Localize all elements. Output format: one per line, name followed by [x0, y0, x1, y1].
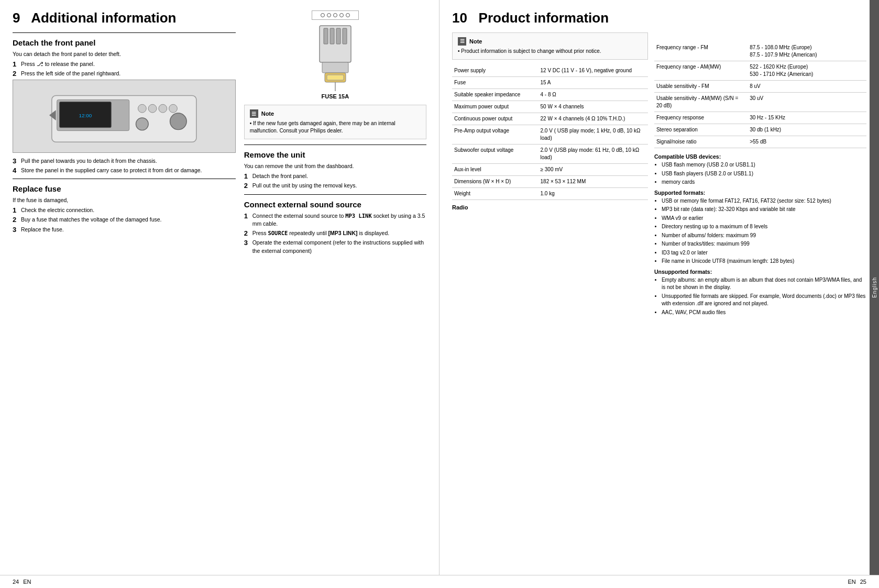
- fuse-note-label: Note: [261, 110, 274, 117]
- svg-text:12:00: 12:00: [79, 113, 92, 118]
- remove-unit-body: You can remove the unit from the dashboa…: [244, 162, 426, 170]
- spec-row: Continuous power output22 W × 4 channels…: [452, 113, 648, 125]
- section-divider: [13, 32, 236, 33]
- page-footer: 24 EN EN 25: [0, 575, 879, 588]
- step-1-detach: 1 Press ⎇ to release the panel.: [13, 60, 236, 68]
- remove-step-1: 1 Detach the front panel.: [244, 172, 426, 180]
- product-note-header: ☰ Note: [458, 37, 642, 46]
- section9-title: Additional information: [31, 10, 176, 26]
- remove-unit-divider: [244, 145, 426, 145]
- spec-row: Suitable speaker impedance4 - 8 Ω: [452, 88, 648, 101]
- list-item: Empty albums: an empty album is an album…: [662, 276, 866, 292]
- remove-unit-title: Remove the unit: [244, 150, 426, 159]
- car-stereo-illustration: 12:00: [13, 80, 236, 153]
- list-item: memory cards: [662, 179, 866, 186]
- footer-right-lang: EN: [848, 579, 855, 585]
- connect-step-1: 1 Connect the external sound source to M…: [244, 212, 426, 228]
- spec-row: Subwoofer output voltage2.0 V (USB play …: [452, 144, 648, 163]
- spec-row: Signal/noise ratio>55 dB: [654, 136, 866, 148]
- radio-label: Radio: [452, 204, 648, 210]
- supported-formats-title: Supported formats:: [654, 190, 866, 196]
- replace-fuse-title: Replace fuse: [13, 184, 236, 193]
- list-item: Number of tracks/titles: maximum 999: [662, 240, 866, 248]
- list-item: ID3 tag v2.0 or later: [662, 249, 866, 257]
- list-item: WMA v9 or earlier: [662, 215, 866, 223]
- fuse-note-text: • If the new fuse gets damaged again, th…: [250, 120, 421, 135]
- product-note-icon: ☰: [458, 37, 466, 46]
- fuse-15a-label: FUSE 15A: [322, 93, 349, 99]
- specs-table-col2: Frequency range - FM87.5 - 108.0 MHz (Eu…: [654, 42, 866, 148]
- svg-point-5: [148, 104, 157, 113]
- compatible-usb-title: Compatible USB devices:: [654, 153, 866, 160]
- product-note-box: ☰ Note • Product information is subject …: [452, 32, 648, 60]
- detach-panel-title: Detach the front panel: [13, 38, 236, 47]
- svg-point-7: [169, 104, 178, 113]
- product-note-label: Note: [469, 38, 482, 45]
- product-note-text: • Product information is subject to chan…: [458, 48, 642, 55]
- svg-point-8: [136, 118, 149, 130]
- section9-number: 9: [13, 10, 20, 26]
- svg-rect-12: [324, 28, 328, 44]
- fuse-note-header: ☰ Note: [250, 109, 421, 118]
- spec-row: Dimensions (W × H × D)182 × 53 × 112 MM: [452, 175, 648, 187]
- list-item: USB or memory file format FAT12, FAT16, …: [662, 197, 866, 205]
- step-2-detach: 2 Press the left side of the panel right…: [13, 70, 236, 77]
- svg-point-4: [138, 104, 146, 113]
- spec-row: Usable sensitivity - AM(MW) (S/N = 20 dB…: [654, 93, 866, 112]
- list-item: MP3 bit rate (data rate): 32-320 Kbps an…: [662, 206, 866, 214]
- list-item: Number of albums/ folders: maximum 99: [662, 232, 866, 240]
- svg-rect-18: [327, 75, 344, 80]
- connect-external-title: Connect external sound source: [244, 200, 426, 209]
- step-4-detach: 4 Store the panel in the supplied carry …: [13, 167, 236, 174]
- svg-point-6: [159, 104, 167, 113]
- step-1-fuse: 1 Check the electric connection.: [13, 206, 236, 214]
- spec-row: Pre-Amp output voltage2.0 V ( USB play m…: [452, 125, 648, 144]
- step-2-fuse: 2 Buy a fuse that matches the voltage of…: [13, 216, 236, 224]
- spec-row: Power supply12 V DC (11 V - 16 V), negat…: [452, 65, 648, 77]
- fuse-note-box: ☰ Note • If the new fuse gets damaged ag…: [244, 105, 426, 139]
- unsupported-formats-list: Empty albums: an empty album is an album…: [662, 276, 866, 317]
- list-item: USB flash players (USB 2.0 or USB1.1): [662, 170, 866, 178]
- footer-right-page: 25: [860, 579, 866, 585]
- english-sidebar-label: English: [872, 277, 877, 298]
- list-item: Directory nesting up to a maximum of 8 l…: [662, 223, 866, 231]
- remove-step-2: 2 Pull out the unit by using the removal…: [244, 182, 426, 190]
- list-item: AAC, WAV, PCM audio files: [662, 309, 866, 317]
- spec-row: Aux-in level≥ 300 mV: [452, 163, 648, 175]
- supported-formats-list: USB or memory file format FAT12, FAT16, …: [662, 197, 866, 265]
- connect-external-divider: [244, 194, 426, 195]
- svg-rect-14: [336, 28, 340, 44]
- spec-row: Frequency range - FM87.5 - 108.0 MHz (Eu…: [654, 42, 866, 61]
- section10-title: Product information: [479, 10, 609, 26]
- spec-row: Usable sensitivity - FM8 uV: [654, 81, 866, 93]
- section10-heading: 10 Product information: [452, 10, 648, 26]
- svg-rect-16: [322, 62, 348, 73]
- svg-point-9: [170, 113, 187, 130]
- connect-step-2: 2 Press SOURCE repeatedly until [MP3 LIN…: [244, 229, 426, 237]
- step-3-fuse: 3 Replace the fuse.: [13, 226, 236, 234]
- svg-rect-13: [330, 28, 334, 44]
- detach-panel-body: You can detach the front panel to deter …: [13, 50, 236, 58]
- spec-row: Frequency response30 Hz - 15 KHz: [654, 112, 866, 124]
- compatible-usb-list: USB flash memory (USB 2.0 or USB1.1)USB …: [662, 161, 866, 186]
- spec-row: Frequency range - AM(MW)522 - 1620 KHz (…: [654, 61, 866, 81]
- spec-row: Fuse15 A: [452, 76, 648, 88]
- connect-step-3: 3 Operate the external component (refer …: [244, 239, 426, 254]
- section10-number: 10: [452, 10, 467, 26]
- spec-row: Weight1.0 kg: [452, 187, 648, 199]
- list-item: File name in Unicode UTF8 (maximum lengt…: [662, 258, 866, 265]
- note-icon: ☰: [250, 109, 258, 118]
- footer-left-lang: EN: [23, 579, 31, 585]
- replace-fuse-divider: [13, 179, 236, 179]
- replace-fuse-body: If the fuse is damaged,: [13, 196, 236, 204]
- footer-left-page: 24: [13, 579, 19, 585]
- svg-rect-15: [343, 28, 347, 44]
- section9-heading: 9 Additional information: [13, 10, 236, 26]
- list-item: Unsupported file formats are skipped. Fo…: [662, 293, 866, 308]
- unsupported-formats-title: Unsupported formats:: [654, 269, 866, 275]
- spec-row: Maximum power output50 W × 4 channels: [452, 101, 648, 113]
- fuse-dots-illustration: [312, 10, 359, 20]
- step-3-detach: 3 Pull the panel towards you to detach i…: [13, 157, 236, 165]
- spec-row: Stereo separation30 db (1 kHz): [654, 124, 866, 136]
- list-item: USB flash memory (USB 2.0 or USB1.1): [662, 161, 866, 169]
